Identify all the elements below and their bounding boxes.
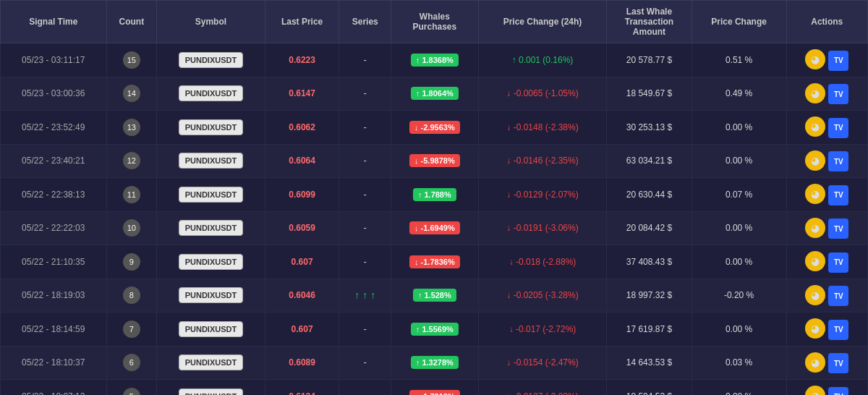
actions-cell[interactable]: ◕TV — [786, 279, 867, 313]
tradingview-button[interactable]: TV — [828, 353, 848, 373]
whales-purchases-badge: ↓ -1.7218% — [409, 390, 460, 395]
tradingview-button[interactable]: TV — [828, 387, 848, 396]
symbol-cell[interactable]: PUNDIXUSDT — [157, 245, 265, 279]
binance-button[interactable]: ◕ — [805, 116, 825, 137]
actions-cell[interactable]: ◕TV — [786, 346, 867, 380]
whale-amount-cell: 18 594.52 $ — [607, 380, 692, 396]
actions-cell[interactable]: ◕TV — [786, 313, 867, 347]
binance-button[interactable]: ◕ — [805, 285, 825, 305]
symbol-button[interactable]: PUNDIXUSDT — [179, 119, 244, 135]
whale-amount-cell: 20 084.42 $ — [607, 211, 692, 245]
table-row: 05/22 - 18:10:376PUNDIXUSDT0.6089-↑ 1.32… — [1, 346, 868, 380]
last-price-cell: 0.6147 — [265, 77, 339, 111]
count-cell: 10 — [106, 211, 157, 245]
binance-button[interactable]: ◕ — [805, 318, 825, 339]
col-price-change: Price Change — [692, 1, 786, 43]
binance-button[interactable]: ◕ — [805, 83, 825, 103]
actions-cell[interactable]: ◕TV — [786, 43, 867, 77]
symbol-button[interactable]: PUNDIXUSDT — [179, 287, 244, 303]
binance-button[interactable]: ◕ — [805, 150, 825, 171]
binance-button[interactable]: ◕ — [805, 184, 825, 204]
tradingview-button[interactable]: TV — [828, 185, 848, 205]
binance-button[interactable]: ◕ — [805, 218, 825, 238]
symbol-cell[interactable]: PUNDIXUSDT — [157, 313, 265, 347]
tradingview-button[interactable]: TV — [828, 218, 848, 239]
actions-cell[interactable]: ◕TV — [786, 380, 867, 396]
symbol-button[interactable]: PUNDIXUSDT — [179, 354, 244, 370]
count-badge: 10 — [123, 219, 140, 237]
whales-purchases-badge: ↑ 1.528% — [413, 289, 456, 302]
actions-cell[interactable]: ◕TV — [786, 111, 867, 145]
whale-amount-cell: 20 578.77 $ — [607, 43, 692, 77]
tradingview-button[interactable]: TV — [828, 84, 848, 104]
actions-cell[interactable]: ◕TV — [786, 245, 867, 279]
last-price-cell: 0.6089 — [265, 346, 339, 380]
whales-purchases-badge: ↑ 1.788% — [413, 188, 456, 201]
col-series: Series — [339, 1, 391, 43]
series-cell: - — [339, 43, 391, 77]
count-cell: 15 — [106, 43, 157, 77]
binance-button[interactable]: ◕ — [805, 251, 825, 271]
symbol-cell[interactable]: PUNDIXUSDT — [157, 43, 265, 77]
price-change-24h-cell: ↓ -0.017 (-2.72%) — [478, 313, 607, 347]
whales-purchases-cell: ↓ -1.7218% — [391, 380, 479, 396]
whales-purchases-cell: ↑ 1.788% — [391, 178, 479, 212]
symbol-button[interactable]: PUNDIXUSDT — [179, 220, 244, 236]
actions-cell[interactable]: ◕TV — [786, 178, 867, 212]
symbol-button[interactable]: PUNDIXUSDT — [179, 254, 244, 270]
symbol-button[interactable]: PUNDIXUSDT — [179, 153, 244, 169]
actions-cell[interactable]: ◕TV — [786, 144, 867, 178]
tradingview-button[interactable]: TV — [828, 286, 848, 306]
symbol-cell[interactable]: PUNDIXUSDT — [157, 111, 265, 145]
whales-purchases-cell: ↑ 1.8368% — [391, 43, 479, 77]
actions-cell[interactable]: ◕TV — [786, 211, 867, 245]
count-badge: 14 — [123, 85, 140, 102]
symbol-button[interactable]: PUNDIXUSDT — [179, 52, 244, 68]
tradingview-button[interactable]: TV — [828, 151, 848, 171]
symbol-cell[interactable]: PUNDIXUSDT — [157, 346, 265, 380]
symbol-cell[interactable]: PUNDIXUSDT — [157, 211, 265, 245]
symbol-cell[interactable]: PUNDIXUSDT — [157, 144, 265, 178]
table-row: 05/22 - 21:10:359PUNDIXUSDT0.607-↓ -1.78… — [1, 245, 868, 279]
symbol-button[interactable]: PUNDIXUSDT — [179, 85, 244, 101]
whales-purchases-cell: ↑ 1.5569% — [391, 313, 479, 347]
count-cell: 14 — [106, 77, 157, 111]
whales-purchases-cell: ↓ -2.9563% — [391, 111, 479, 145]
count-badge: 5 — [123, 388, 140, 395]
symbol-button[interactable]: PUNDIXUSDT — [179, 187, 244, 203]
tradingview-button[interactable]: TV — [828, 320, 848, 340]
price-change-cell: 0.00 % — [692, 313, 786, 347]
price-change-24h-cell: ↑ 0.001 (0.16%) — [478, 43, 607, 77]
table-row: 05/22 - 22:22:0310PUNDIXUSDT0.6059-↓ -1.… — [1, 211, 868, 245]
whale-amount-cell: 18 549.67 $ — [607, 77, 692, 111]
price-change-24h-cell: ↓ -0.0065 (-1.05%) — [478, 77, 607, 111]
last-price-cell: 0.6064 — [265, 144, 339, 178]
count-cell: 7 — [106, 313, 157, 347]
symbol-cell[interactable]: PUNDIXUSDT — [157, 178, 265, 212]
binance-button[interactable]: ◕ — [805, 352, 825, 373]
signal-time: 05/23 - 03:11:17 — [1, 43, 107, 77]
price-change-24h-cell: ↓ -0.018 (-2.88%) — [478, 245, 607, 279]
col-last-price: Last Price — [265, 1, 339, 43]
binance-button[interactable]: ◕ — [805, 49, 825, 69]
tradingview-button[interactable]: TV — [828, 252, 848, 273]
main-table: Signal Time Count Symbol Last Price Seri… — [0, 0, 868, 395]
price-change-24h-cell: ↓ -0.0191 (-3.06%) — [478, 211, 607, 245]
symbol-cell[interactable]: PUNDIXUSDT — [157, 279, 265, 313]
price-change-cell: 0.49 % — [692, 77, 786, 111]
price-change-cell: 0.00 % — [692, 111, 786, 145]
binance-button[interactable]: ◕ — [805, 386, 825, 395]
tradingview-button[interactable]: TV — [828, 51, 848, 71]
col-actions: Actions — [786, 1, 867, 43]
whale-amount-cell: 63 034.21 $ — [607, 144, 692, 178]
actions-cell[interactable]: ◕TV — [786, 77, 867, 111]
signal-time: 05/22 - 18:14:59 — [1, 313, 107, 347]
signal-time: 05/22 - 21:10:35 — [1, 245, 107, 279]
symbol-cell[interactable]: PUNDIXUSDT — [157, 77, 265, 111]
symbol-cell[interactable]: PUNDIXUSDT — [157, 380, 265, 396]
symbol-button[interactable]: PUNDIXUSDT — [179, 321, 244, 337]
header-row: Signal Time Count Symbol Last Price Seri… — [1, 1, 868, 43]
count-badge: 8 — [123, 286, 140, 304]
tradingview-button[interactable]: TV — [828, 118, 848, 138]
symbol-button[interactable]: PUNDIXUSDT — [179, 388, 244, 395]
